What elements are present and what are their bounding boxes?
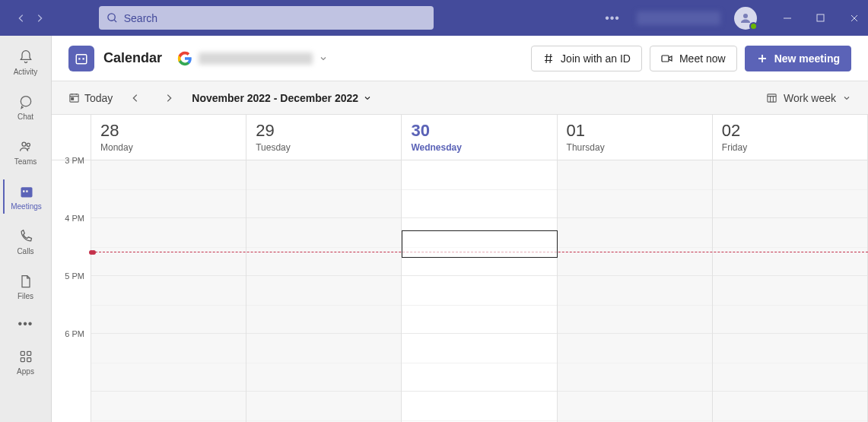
day-column[interactable]: 28Monday: [91, 115, 246, 422]
today-icon: [68, 92, 80, 103]
day-column[interactable]: 01Thursday: [558, 115, 713, 422]
time-label: 3 PM: [65, 156, 84, 165]
time-slot[interactable]: [91, 392, 246, 422]
time-slot[interactable]: [558, 334, 712, 392]
google-icon: [177, 51, 192, 66]
time-slot[interactable]: [402, 392, 556, 422]
new-meeting-button[interactable]: New meeting: [745, 46, 851, 71]
sidebar-item-activity[interactable]: Activity: [4, 45, 48, 79]
time-gutter: 3 PM4 PM5 PM6 PM: [52, 115, 91, 422]
time-slot[interactable]: [713, 160, 867, 218]
svg-rect-12: [27, 358, 30, 362]
day-header[interactable]: 29Tuesday: [246, 115, 401, 160]
avatar[interactable]: [734, 7, 757, 30]
day-column[interactable]: 30Wednesday: [402, 115, 557, 422]
svg-rect-16: [662, 56, 669, 62]
sidebar-item-calls[interactable]: Calls: [4, 224, 48, 259]
time-slot[interactable]: [246, 276, 401, 334]
time-slot[interactable]: [91, 160, 246, 218]
minimize-button[interactable]: [780, 11, 795, 26]
history-forward[interactable]: [30, 9, 49, 27]
date-range-picker[interactable]: November 2022 - December 2022: [192, 92, 372, 104]
day-header[interactable]: 28Monday: [91, 115, 246, 160]
google-account-picker[interactable]: [177, 51, 328, 66]
svg-rect-2: [817, 14, 824, 21]
today-button[interactable]: Today: [68, 92, 113, 104]
day-header[interactable]: 01Thursday: [558, 115, 712, 160]
maximize-button[interactable]: [813, 11, 828, 26]
search-icon: [107, 12, 118, 24]
time-label: 5 PM: [65, 271, 84, 281]
chevron-down-icon: [319, 54, 328, 63]
view-picker[interactable]: Work week: [766, 92, 851, 104]
people-icon: [17, 138, 35, 156]
close-button[interactable]: [847, 11, 862, 26]
day-header[interactable]: 02Friday: [713, 115, 867, 160]
sidebar-item-apps[interactable]: Apps: [4, 344, 48, 379]
range-label-text: November 2022 - December 2022: [192, 92, 358, 104]
button-label: Join with an ID: [561, 52, 631, 65]
selection-box[interactable]: [402, 230, 557, 258]
svg-point-5: [27, 143, 30, 146]
next-range-button[interactable]: [158, 87, 180, 109]
bell-icon: [17, 48, 35, 66]
meet-now-button[interactable]: Meet now: [650, 46, 737, 71]
page-title: Calendar: [103, 50, 162, 66]
time-slot[interactable]: [246, 392, 401, 422]
sidebar-label: Apps: [17, 367, 34, 376]
sidebar-item-files[interactable]: Files: [4, 269, 48, 303]
day-header[interactable]: 30Wednesday: [402, 115, 556, 160]
time-slot[interactable]: [91, 334, 246, 392]
chat-icon: [17, 93, 35, 111]
search-input[interactable]: [124, 12, 426, 24]
time-slot[interactable]: [246, 160, 401, 218]
time-slot[interactable]: [558, 160, 712, 218]
view-icon: [766, 92, 777, 103]
time-slot[interactable]: [402, 160, 556, 218]
sidebar-label: Teams: [14, 157, 37, 166]
time-slot[interactable]: [246, 218, 401, 276]
time-slot[interactable]: [402, 334, 556, 392]
svg-rect-10: [27, 351, 30, 355]
time-slot[interactable]: [713, 218, 867, 276]
apps-icon: [17, 347, 35, 366]
join-with-id-button[interactable]: Join with an ID: [531, 46, 642, 71]
time-slot[interactable]: [713, 276, 867, 334]
search-box[interactable]: [99, 6, 434, 30]
chevron-down-icon: [363, 94, 372, 103]
day-column[interactable]: 29Tuesday: [246, 115, 402, 422]
time-slot[interactable]: [558, 276, 712, 334]
calendar-icon: [17, 182, 36, 201]
time-slot[interactable]: [713, 392, 867, 422]
video-icon: [661, 52, 673, 65]
chevron-down-icon: [842, 94, 851, 103]
day-number: 30: [411, 121, 547, 141]
time-slot[interactable]: [91, 218, 246, 276]
sidebar-more[interactable]: •••: [18, 317, 33, 331]
sidebar-label: Chat: [17, 113, 33, 121]
time-slot[interactable]: [402, 276, 556, 334]
day-number: 02: [722, 121, 858, 141]
prev-range-button[interactable]: [125, 87, 146, 109]
calendar-badge-icon: [68, 46, 94, 71]
svg-rect-19: [768, 94, 776, 102]
phone-icon: [17, 227, 35, 246]
sidebar-item-meetings[interactable]: Meetings: [3, 179, 47, 214]
calendar-grid: 3 PM4 PM5 PM6 PM 28Monday29Tuesday30Wedn…: [52, 115, 868, 422]
hash-icon: [542, 52, 555, 65]
time-slot[interactable]: [713, 334, 867, 392]
history-back[interactable]: [12, 9, 30, 27]
day-column[interactable]: 02Friday: [713, 115, 868, 422]
svg-rect-13: [76, 54, 87, 63]
time-slot[interactable]: [91, 276, 246, 334]
time-slot[interactable]: [246, 334, 401, 392]
time-slot[interactable]: [558, 392, 712, 422]
sidebar-item-teams[interactable]: Teams: [4, 135, 48, 169]
day-number: 01: [567, 121, 703, 141]
sidebar-label: Meetings: [11, 202, 42, 211]
day-number: 28: [100, 121, 237, 141]
sidebar: Activity Chat Teams Meetings Calls Files…: [0, 36, 52, 422]
time-slot[interactable]: [558, 218, 712, 276]
sidebar-item-chat[interactable]: Chat: [4, 90, 48, 124]
more-options[interactable]: •••: [602, 11, 623, 25]
